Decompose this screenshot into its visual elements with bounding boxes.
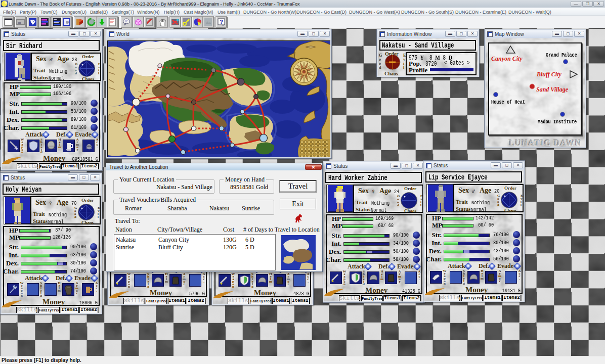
svg-text:?: ?	[220, 19, 223, 25]
